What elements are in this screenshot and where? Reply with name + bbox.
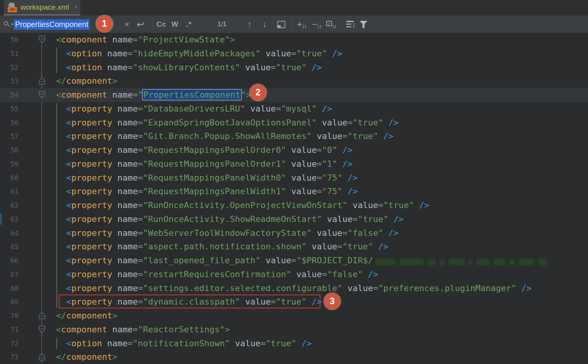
line-number[interactable]: 51 (0, 47, 19, 61)
code-text: <property name="ExpandSpringBootJavaOpti… (66, 116, 399, 129)
filter-lines-icon[interactable]: I (346, 15, 356, 33)
search-query-selected-text: PropertiesComponent (14, 19, 90, 30)
code-line-71[interactable]: 71<component name="ReactorSettings"> (0, 323, 588, 337)
line-number[interactable]: 70 (0, 309, 19, 323)
line-number[interactable]: 71 (0, 323, 19, 337)
code-line-72[interactable]: 72<option name="notificationShown" value… (0, 337, 588, 350)
code-text: <component name="PropertiesComponent"> (56, 88, 251, 102)
fold-marker-open[interactable] (39, 91, 46, 99)
line-number[interactable]: 61 (0, 185, 19, 198)
clear-search-icon[interactable]: ✕ (124, 15, 129, 33)
code-text: <property name="restartRequiresConfirmat… (66, 267, 378, 281)
annotation-highlight-box (59, 295, 320, 308)
line-number[interactable]: 53 (0, 74, 19, 88)
fold-marker-open[interactable] (39, 325, 46, 334)
line-number[interactable]: 50 (0, 33, 19, 47)
line-number[interactable]: 52 (0, 61, 19, 74)
newline-icon[interactable]: ↩ (137, 15, 144, 33)
line-number[interactable]: 68 (0, 281, 19, 295)
code-text: <property name="WebServerToolWindowFacto… (66, 226, 399, 240)
code-line-57[interactable]: 57<property name="Git.Branch.Popup.ShowA… (0, 129, 588, 143)
redacted-text (375, 255, 551, 264)
annotation-badge-1: 1 (96, 15, 113, 32)
fold-marker-open[interactable] (39, 36, 46, 44)
code-line-61[interactable]: 61<property name="RequestMappingsPanelWi… (0, 185, 588, 198)
line-number[interactable]: 69 (0, 295, 19, 309)
next-occurrence-icon[interactable]: ↓ (263, 15, 267, 33)
code-line-53[interactable]: 53</component> (0, 74, 588, 88)
code-text: <property name="RunOnceActivity.OpenProj… (66, 198, 429, 212)
code-line-64[interactable]: 64<property name="WebServerToolWindowFac… (0, 226, 588, 240)
code-line-60[interactable]: 60<property name="RequestMappingsPanelWi… (0, 171, 588, 185)
code-line-68[interactable]: 68<property name="settings.editor.select… (0, 281, 588, 295)
code-line-51[interactable]: 51<option name="hideEmptyMiddlePackages"… (0, 47, 588, 61)
fold-marker-close[interactable] (39, 77, 46, 85)
search-match-highlight: PropertiesComponent (142, 89, 242, 100)
tab-close-icon[interactable]: × (74, 3, 78, 11)
fold-marker-close[interactable] (39, 312, 46, 320)
code-line-67[interactable]: 67<property name="restartRequiresConfirm… (0, 267, 588, 281)
code-editor[interactable]: 50<component name="ProjectViewState">51<… (0, 33, 588, 364)
line-number[interactable]: 58 (0, 143, 19, 157)
code-text: </component> (56, 74, 117, 88)
editor-tab-bar: <> workspace.xml × (0, 0, 588, 15)
match-counter: 1/1 (217, 15, 227, 33)
regex-toggle[interactable]: .* (186, 15, 192, 33)
toolbar-separator (152, 19, 153, 30)
annotation-badge-2: 2 (250, 84, 266, 101)
remove-occurrence-icon[interactable]: −II (312, 15, 322, 33)
select-all-occurrences-icon[interactable]: ✓II (326, 15, 336, 33)
code-line-70[interactable]: 70</component> (0, 309, 588, 323)
code-text: </component> (56, 309, 117, 322)
filter-icon[interactable] (359, 15, 368, 33)
fold-marker-close[interactable] (39, 353, 46, 361)
line-number[interactable]: 65 (0, 240, 19, 254)
tab-title: workspace.xml (20, 3, 69, 12)
line-number[interactable]: 56 (0, 116, 19, 130)
code-line-66[interactable]: 66<property name="last_opened_file_path"… (0, 254, 588, 267)
open-in-find-window-icon[interactable] (277, 15, 285, 33)
code-text: <property name="RunOnceActivity.ShowRead… (66, 212, 404, 226)
line-number[interactable]: 63 (0, 212, 19, 226)
line-number[interactable]: 67 (0, 267, 19, 281)
add-occurrence-icon[interactable]: +II (297, 15, 307, 33)
code-text: <property name="aspect.path.notification… (66, 240, 389, 253)
code-text: <property name="RequestMappingsPanelOrde… (66, 143, 353, 157)
code-line-73[interactable]: 73</component> (0, 350, 588, 364)
code-text: </component> (56, 350, 117, 364)
code-line-55[interactable]: 55<property name="DatabaseDriversLRU" va… (0, 102, 588, 116)
code-line-59[interactable]: 59<property name="RequestMappingsPanelOr… (0, 157, 588, 171)
code-line-62[interactable]: 62<property name="RunOnceActivity.OpenPr… (0, 198, 588, 212)
line-number[interactable]: 66 (0, 254, 19, 267)
tab-workspace-xml[interactable]: <> workspace.xml × (4, 0, 80, 15)
whole-words-toggle[interactable]: W (171, 15, 179, 33)
match-case-toggle[interactable]: Cc (156, 15, 166, 33)
code-line-52[interactable]: 52<option name="showLibraryContents" val… (0, 61, 588, 74)
xml-file-icon: <> (8, 2, 17, 12)
code-line-54[interactable]: 54<component name="PropertiesComponent"> (0, 88, 588, 102)
line-number[interactable]: 72 (0, 337, 19, 350)
line-number[interactable]: 60 (0, 171, 19, 185)
line-number[interactable]: 54 (0, 88, 19, 102)
search-input[interactable]: PropertiesComponent (14, 19, 90, 30)
line-number[interactable]: 73 (0, 350, 19, 364)
line-number[interactable]: 62 (0, 198, 19, 212)
line-number[interactable]: 57 (0, 129, 19, 143)
find-toolbar: PropertiesComponent ✕ ↩ Cc W .* 1/1 ↑ ↓ … (0, 15, 588, 33)
line-number[interactable]: 55 (0, 102, 19, 116)
code-text: <property name="DatabaseDriversLRU" valu… (66, 102, 332, 115)
annotation-badge-3: 3 (324, 293, 341, 310)
code-text: <component name="ReactorSettings"> (56, 323, 230, 336)
code-line-56[interactable]: 56<property name="ExpandSpringBootJavaOp… (0, 116, 588, 130)
code-text: <property name="RequestMappingsPanelWidt… (66, 185, 358, 198)
previous-occurrence-icon[interactable]: ↑ (247, 15, 252, 33)
code-text: <property name="RequestMappingsPanelOrde… (66, 157, 353, 171)
line-number[interactable]: 59 (0, 157, 19, 171)
line-number[interactable]: 64 (0, 226, 19, 240)
code-line-63[interactable]: 63<property name="RunOnceActivity.ShowRe… (0, 212, 588, 226)
search-icon[interactable] (4, 21, 14, 28)
code-line-50[interactable]: 50<component name="ProjectViewState"> (0, 33, 588, 47)
code-line-65[interactable]: 65<property name="aspect.path.notificati… (0, 240, 588, 254)
code-text: <property name="RequestMappingsPanelWidt… (66, 171, 358, 185)
code-line-58[interactable]: 58<property name="RequestMappingsPanelOr… (0, 143, 588, 157)
